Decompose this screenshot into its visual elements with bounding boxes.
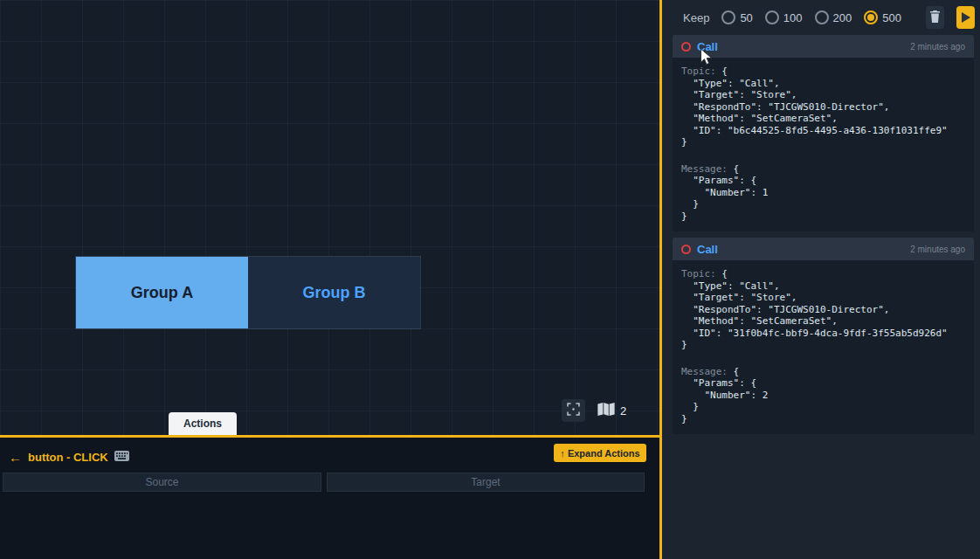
trash-icon	[929, 10, 941, 25]
message-json: Message: { "Params": { "Number": 1 } }	[681, 163, 965, 223]
keep-toolbar: Keep 50 100 200 500	[662, 0, 980, 35]
message-timestamp: 2 minutes ago	[910, 245, 965, 254]
resume-log-button[interactable]	[956, 6, 975, 29]
clear-log-button[interactable]	[926, 6, 944, 29]
keep-option-label: 50	[740, 11, 752, 24]
fit-screen-icon	[567, 403, 580, 419]
play-icon	[962, 12, 970, 23]
call-status-icon	[681, 42, 691, 52]
keep-option-label: 200	[833, 11, 852, 24]
message-card-header[interactable]: Call 2 minutes ago	[673, 238, 974, 260]
topic-json: Topic: { "Type": "Call", "Target": "Stor…	[681, 268, 965, 351]
keep-label: Keep	[683, 11, 709, 24]
group-button-pair: Group A Group B	[75, 256, 421, 329]
keep-option-label: 100	[783, 11, 803, 24]
source-input[interactable]	[3, 473, 321, 492]
canvas-toolbar: 2	[562, 399, 626, 422]
keep-option-50[interactable]: 50	[721, 10, 752, 24]
message-list: Call 2 minutes ago Topic: { "Type": "Cal…	[662, 35, 980, 434]
topic-json: Topic: { "Type": "Call", "Target": "Stor…	[681, 66, 965, 148]
keep-option-label: 500	[882, 11, 901, 24]
map-icon	[597, 403, 615, 419]
keep-option-500[interactable]: 500	[864, 10, 901, 24]
message-type[interactable]: Call	[697, 243, 718, 256]
message-type[interactable]: Call	[697, 40, 718, 53]
page-count: 2	[620, 404, 626, 418]
call-status-icon	[681, 245, 691, 254]
action-header: ← button - CLICK	[9, 449, 129, 465]
stage-canvas[interactable]: Group A Group B 2	[0, 0, 659, 435]
message-card: Call 2 minutes ago Topic: { "Type": "Cal…	[673, 238, 974, 434]
message-timestamp: 2 minutes ago	[910, 42, 965, 52]
message-card: Call 2 minutes ago Topic: { "Type": "Cal…	[673, 35, 974, 231]
radio-icon	[765, 10, 779, 24]
action-title: button - CLICK	[28, 451, 108, 464]
message-log-panel: Keep 50 100 200 500	[662, 0, 980, 559]
group-a-button[interactable]: Group A	[76, 257, 248, 328]
radio-icon	[815, 10, 829, 24]
radio-icon	[721, 10, 735, 24]
panel-divider[interactable]	[659, 0, 662, 559]
message-json: Message: { "Params": { "Number": 2 } }	[681, 366, 965, 425]
back-arrow-icon[interactable]: ←	[9, 450, 22, 465]
message-card-header[interactable]: Call 2 minutes ago	[673, 35, 974, 58]
expand-actions-button[interactable]: ↑ Expand Actions	[554, 444, 646, 462]
canvas-bottom-border	[0, 435, 659, 438]
radio-icon	[864, 10, 878, 24]
message-card-body: Topic: { "Type": "Call", "Target": "Stor…	[673, 260, 974, 434]
keep-option-100[interactable]: 100	[765, 10, 803, 24]
pages-indicator[interactable]: 2	[597, 403, 626, 419]
message-card-body: Topic: { "Type": "Call", "Target": "Stor…	[673, 58, 974, 231]
keyboard-icon	[114, 449, 129, 465]
tab-actions[interactable]: Actions	[169, 412, 237, 435]
group-b-button[interactable]: Group B	[248, 257, 420, 328]
keep-option-200[interactable]: 200	[815, 10, 852, 24]
target-input[interactable]	[327, 473, 645, 492]
fit-screen-button[interactable]	[562, 399, 585, 422]
